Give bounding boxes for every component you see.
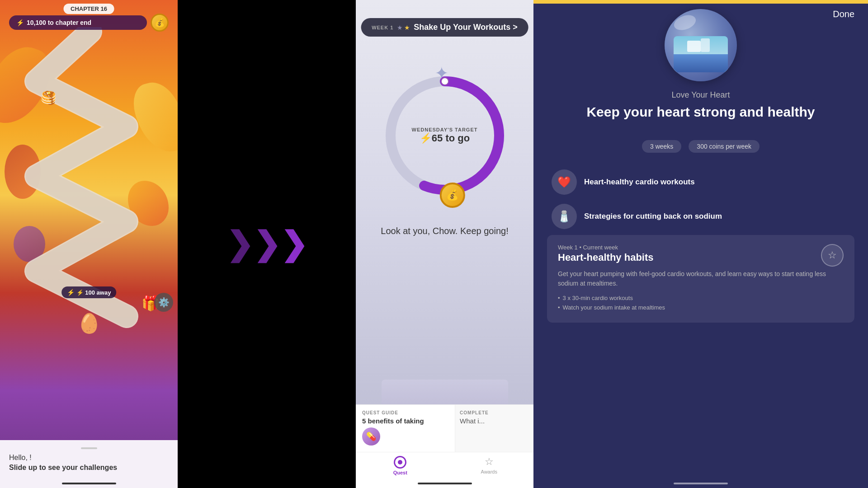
nav-awards[interactable]: ☆ Awards [445, 456, 534, 474]
navigation-arrows: ❯ ❯ ❯ [226, 228, 307, 260]
arrow-2: ❯ [253, 228, 280, 260]
chat-greeting: Hello, ! [9, 454, 169, 462]
nav-quest[interactable]: Quest [356, 456, 445, 475]
bullet-dot-1: • [558, 295, 560, 301]
distance-badge: ⚡ ⚡ 100 away [61, 286, 117, 298]
crystal-highlight [672, 12, 698, 33]
complete-item[interactable]: COMPLETE What i... [455, 405, 533, 452]
progress-bar-area: ⚡ 10,100 to chapter end 💰 [9, 14, 169, 32]
week-section: Week 1 • Current week Heart-healthy habi… [547, 235, 854, 323]
bullet-2: • Watch your sodium intake at mealtimes [558, 304, 844, 311]
awards-star-icon: ☆ [485, 456, 494, 468]
health-meta: 3 weeks 300 coins per week [533, 140, 868, 153]
quest-nav-icon [394, 456, 406, 469]
chat-handle [81, 447, 97, 449]
quest-guide-icon: 💊 [362, 427, 380, 446]
week-current-label: Week 1 • Current week [558, 244, 654, 251]
arrow-1: ❯ [226, 228, 253, 260]
crystal-ball [665, 9, 737, 81]
health-illustration [660, 9, 741, 81]
bullet-dot-2: • [558, 304, 560, 311]
complete-text: What i... [460, 417, 529, 425]
quest-guide-title: 5 benefits of taking [362, 417, 448, 425]
crystal-scene [674, 36, 728, 72]
health-activities: ❤️ Heart-healthy cardio workouts 🧂 Strat… [552, 169, 850, 238]
quest-guide-row: QUEST GUIDE 5 benefits of taking 💊 COMPL… [356, 404, 533, 452]
arrows-panel: ❯ ❯ ❯ [178, 0, 356, 488]
health-title-sub: Love Your Heart [533, 90, 868, 100]
home-indicator-health [674, 483, 728, 484]
week-description: Get your heart pumping with feel-good ca… [558, 269, 844, 288]
week-stars: ★ ★ [397, 24, 410, 31]
arrow-3: ❯ [280, 228, 307, 260]
activity-cardio-text: Heart-healthy cardio workouts [584, 177, 695, 187]
quest-guide-label: QUEST GUIDE [362, 410, 448, 415]
activity-sodium-text: Strategies for cutting back on sodium [584, 211, 722, 221]
game-panel: CHAPTER 16 ⚡ 10,100 to chapter end 💰 🥞 ⚡… [0, 0, 178, 488]
top-accent-bar [533, 0, 868, 4]
activity-cardio: ❤️ Heart-healthy cardio workouts [552, 169, 850, 195]
week-title: Heart-healthy habits [558, 252, 654, 263]
meta-weeks: 3 weeks [642, 140, 681, 153]
home-indicator-quest [418, 483, 472, 484]
chapter-badge: CHAPTER 16 [63, 4, 114, 14]
week-header: Week 1 • Current week Heart-healthy habi… [558, 244, 844, 267]
settings-icon[interactable]: ⚙️ [154, 293, 173, 312]
ring-star-icon: ✦ [434, 63, 449, 83]
activity-sodium: 🧂 Strategies for cutting back on sodium [552, 204, 850, 229]
bullet-1: • 3 x 30-min cardio workouts [558, 295, 844, 301]
home-indicator [62, 483, 116, 484]
chapter-label: CHAPTER 16 [71, 5, 107, 12]
coin-button[interactable]: 💰 [151, 14, 169, 32]
week-header-left: Week 1 • Current week Heart-healthy habi… [558, 244, 654, 263]
ring-label: WEDNESDAY'S TARGET [412, 127, 478, 132]
meta-coins: 300 coins per week [689, 140, 760, 153]
done-button[interactable]: Done [833, 9, 854, 19]
lightning-icon: ⚡ [16, 19, 24, 26]
sodium-icon: 🧂 [552, 204, 577, 229]
week-star-button[interactable]: ☆ [821, 244, 844, 267]
distance-text: ⚡ 100 away [76, 289, 111, 296]
motivation-text: Look at you, Chow. Keep going! [356, 226, 533, 236]
quest-title[interactable]: Shake Up Your Workouts > [414, 23, 518, 32]
awards-nav-label: Awards [481, 469, 497, 474]
chat-subtitle: Slide up to see your challenges [9, 464, 169, 472]
quest-nav-label: Quest [393, 470, 407, 475]
health-title-main: Keep your heart strong and healthy [533, 104, 868, 120]
cardio-icon: ❤️ [552, 169, 577, 195]
lightning-small-icon: ⚡ [67, 289, 75, 296]
egg-character: 🥚 [77, 312, 101, 334]
week-label: WEEK 1 [372, 25, 393, 30]
quest-dot [398, 460, 402, 465]
progress-ring: ✦ WEDNESDAY'S TARGET ⚡65 to go 💰 [377, 68, 513, 203]
health-panel: Done Love Your Heart Keep your heart str… [533, 0, 868, 488]
pancake-character: 🥞 [41, 90, 57, 105]
week-bullets: • 3 x 30-min cardio workouts • Watch you… [558, 295, 844, 311]
ring-center: WEDNESDAY'S TARGET ⚡65 to go [412, 127, 478, 144]
quest-guide-item[interactable]: QUEST GUIDE 5 benefits of taking 💊 [356, 405, 455, 452]
ring-coin: 💰 [439, 183, 465, 208]
week-badge[interactable]: WEEK 1 ★ ★ Shake Up Your Workouts > [361, 18, 528, 37]
progress-pill: ⚡ 10,100 to chapter end [9, 15, 147, 30]
quest-panel: WEEK 1 ★ ★ Shake Up Your Workouts > ✦ WE… [356, 0, 533, 488]
ring-value: ⚡65 to go [412, 132, 478, 144]
complete-label: COMPLETE [460, 410, 529, 415]
game-chat-area: Hello, ! Slide up to see your challenges [0, 440, 178, 488]
progress-text: 10,100 to chapter end [27, 19, 91, 26]
